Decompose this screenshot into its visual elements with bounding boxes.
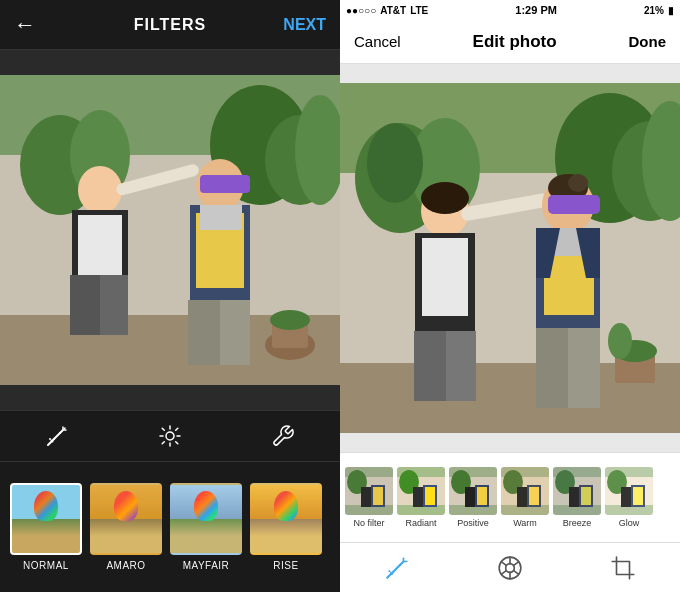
right-filter-breeze[interactable]: Breeze (553, 467, 601, 528)
svg-point-53 (421, 182, 469, 214)
svg-point-72 (608, 323, 632, 359)
right-filter-glow[interactable]: Glow (605, 467, 653, 528)
filter-strip: NORMAL AMARO MAYFAIR RISE (0, 462, 340, 592)
battery-percent: 21% (644, 5, 664, 16)
svg-line-38 (162, 428, 164, 430)
svg-point-113 (390, 571, 393, 574)
svg-point-31 (49, 438, 51, 440)
right-filter-strip: No filter Radiant (340, 452, 680, 542)
svg-rect-56 (414, 331, 446, 401)
svg-rect-96 (529, 487, 539, 505)
svg-rect-64 (536, 328, 570, 408)
status-left: ●●○○○ AT&T LTE (346, 5, 428, 16)
right-filter-radiant-label: Radiant (405, 518, 436, 528)
left-title: FILTERS (134, 16, 206, 34)
cancel-button[interactable]: Cancel (354, 33, 401, 50)
svg-rect-18 (220, 300, 250, 365)
svg-line-29 (64, 428, 65, 429)
svg-line-26 (60, 430, 63, 433)
svg-rect-13 (100, 275, 128, 335)
svg-point-33 (166, 432, 174, 440)
right-filter-nofilter-label: No filter (353, 518, 384, 528)
svg-rect-66 (548, 195, 600, 214)
svg-rect-94 (517, 487, 527, 507)
svg-point-24 (270, 310, 310, 330)
svg-point-61 (568, 174, 588, 192)
next-button[interactable]: NEXT (283, 16, 326, 34)
right-panel: ●●○○○ AT&T LTE 1:29 PM 21% ▮ Cancel Edit… (340, 0, 680, 592)
svg-rect-90 (477, 487, 487, 505)
status-time: 1:29 PM (515, 4, 557, 16)
status-right: 21% ▮ (644, 5, 674, 16)
right-filter-nofilter[interactable]: No filter (345, 467, 393, 528)
svg-rect-106 (621, 487, 631, 507)
filter-rise[interactable]: RISE (250, 483, 322, 571)
right-header: Cancel Edit photo Done (340, 20, 680, 64)
svg-line-39 (176, 442, 178, 444)
brightness-button[interactable] (150, 416, 190, 456)
svg-rect-82 (413, 487, 423, 507)
filter-mayfair-label: MAYFAIR (183, 560, 230, 571)
network-type: LTE (410, 5, 428, 16)
svg-rect-55 (422, 238, 468, 316)
filter-normal-label: NORMAL (23, 560, 69, 571)
edit-photo-title: Edit photo (473, 32, 557, 52)
svg-line-40 (176, 428, 178, 430)
svg-rect-57 (446, 331, 476, 401)
svg-line-41 (162, 442, 164, 444)
svg-rect-65 (568, 328, 600, 408)
svg-line-122 (514, 561, 519, 564)
battery-icon: ▮ (668, 5, 674, 16)
svg-line-120 (514, 570, 519, 573)
filter-normal[interactable]: NORMAL (10, 483, 82, 571)
wrench-button[interactable] (263, 416, 303, 456)
right-adjustments-button[interactable] (488, 546, 532, 590)
right-filter-warm[interactable]: Warm (501, 467, 549, 528)
svg-rect-17 (188, 300, 220, 365)
right-filter-radiant[interactable]: Radiant (397, 467, 445, 528)
svg-rect-108 (633, 487, 643, 505)
left-main-photo (0, 50, 340, 410)
svg-rect-20 (200, 205, 242, 230)
svg-rect-19 (200, 175, 250, 193)
filter-mayfair[interactable]: MAYFAIR (170, 483, 242, 571)
left-header: ← FILTERS NEXT (0, 0, 340, 50)
done-button[interactable]: Done (628, 33, 666, 50)
svg-point-32 (53, 438, 55, 440)
right-main-photo (340, 64, 680, 452)
status-bar: ●●○○○ AT&T LTE 1:29 PM 21% ▮ (340, 0, 680, 20)
magic-wand-button[interactable] (37, 416, 77, 456)
right-filter-positive[interactable]: Positive (449, 467, 497, 528)
svg-rect-76 (361, 487, 371, 507)
svg-point-47 (367, 123, 423, 203)
svg-rect-12 (70, 275, 100, 335)
svg-point-116 (506, 563, 515, 572)
svg-line-110 (400, 561, 403, 564)
svg-point-114 (388, 570, 390, 572)
right-toolbar (340, 542, 680, 592)
filter-amaro-label: AMARO (106, 560, 145, 571)
back-button[interactable]: ← (14, 12, 36, 38)
svg-line-121 (502, 570, 507, 573)
svg-point-9 (78, 166, 122, 214)
carrier: AT&T (380, 5, 406, 16)
filter-rise-label: RISE (273, 560, 298, 571)
svg-rect-102 (581, 487, 591, 505)
svg-rect-78 (373, 487, 383, 505)
svg-line-119 (502, 561, 507, 564)
signal-dots: ●●○○○ (346, 5, 376, 16)
svg-rect-84 (425, 487, 435, 505)
right-magic-wand-button[interactable] (375, 546, 419, 590)
left-panel: ← FILTERS NEXT (0, 0, 340, 592)
right-filter-breeze-label: Breeze (563, 518, 592, 528)
right-filter-glow-label: Glow (619, 518, 640, 528)
left-toolbar (0, 410, 340, 462)
svg-point-30 (50, 440, 53, 443)
right-filter-positive-label: Positive (457, 518, 489, 528)
svg-rect-11 (78, 215, 122, 285)
right-crop-button[interactable] (601, 546, 645, 590)
filter-amaro[interactable]: AMARO (90, 483, 162, 571)
svg-rect-100 (569, 487, 579, 507)
svg-rect-88 (465, 487, 475, 507)
right-filter-warm-label: Warm (513, 518, 537, 528)
